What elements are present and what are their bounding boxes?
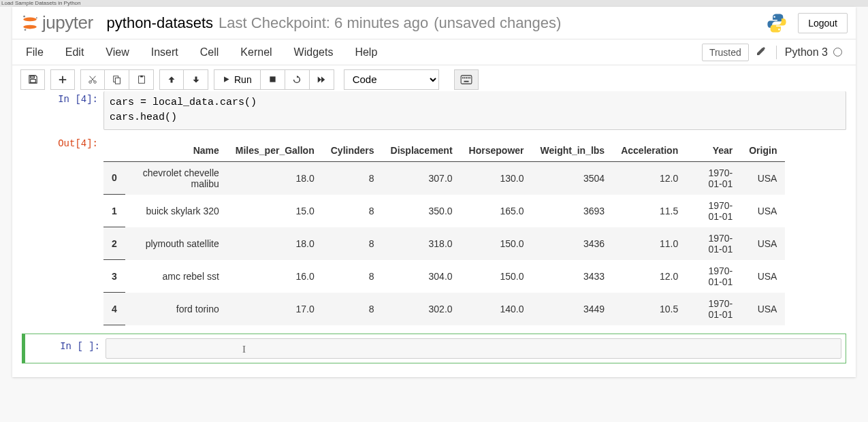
- cell-weight: 3436: [532, 227, 613, 260]
- col-header: Displacement: [383, 140, 461, 162]
- notebook-title-area: python-datasets Last Checkpoint: 6 minut…: [107, 14, 562, 32]
- menu-edit[interactable]: Edit: [65, 46, 84, 59]
- code-line: cars.head(): [110, 110, 840, 125]
- copy-button[interactable]: [105, 69, 129, 90]
- jupyter-logo[interactable]: jupyter: [20, 12, 93, 33]
- jupyter-icon: [20, 14, 39, 33]
- cell-year: 1970-01-01: [686, 161, 741, 195]
- cell-disp: 304.0: [383, 260, 461, 293]
- checkpoint-info: Last Checkpoint: 6 minutes ago: [219, 14, 428, 32]
- table-row: 2plymouth satellite18.08318.0150.0343611…: [103, 227, 785, 260]
- cell-name: plymouth satellite: [125, 227, 227, 260]
- cell-accel: 12.0: [613, 260, 686, 293]
- svg-rect-18: [467, 77, 468, 78]
- svg-point-2: [23, 15, 25, 17]
- cell-origin: USA: [741, 227, 785, 260]
- stop-icon: [269, 76, 276, 83]
- code-input-empty[interactable]: I: [106, 338, 841, 359]
- menu-view[interactable]: View: [106, 46, 129, 59]
- cell-type-select[interactable]: Code: [344, 69, 439, 90]
- move-down-button[interactable]: [184, 69, 208, 90]
- cell-year: 1970-01-01: [686, 293, 741, 325]
- menu-widgets[interactable]: Widgets: [294, 46, 334, 59]
- restart-button[interactable]: [285, 69, 310, 90]
- keyboard-icon: [460, 75, 472, 84]
- menu-cell[interactable]: Cell: [200, 46, 219, 59]
- col-header: Acceleration: [613, 140, 686, 162]
- cell-cyl: 8: [323, 227, 383, 260]
- python-icon: [765, 12, 788, 35]
- svg-rect-10: [115, 78, 120, 84]
- cell-mpg: 18.0: [227, 227, 323, 260]
- pencil-icon[interactable]: [756, 46, 767, 59]
- stop-button[interactable]: [261, 69, 285, 90]
- cell-cyl: 8: [323, 293, 383, 325]
- logout-button[interactable]: Logout: [798, 13, 848, 33]
- code-input-4[interactable]: cars = local_data.cars() cars.head(): [103, 91, 846, 130]
- scissors-icon: [88, 75, 97, 84]
- trusted-indicator[interactable]: Trusted: [702, 44, 749, 61]
- cut-button[interactable]: [80, 69, 105, 90]
- col-header: Miles_per_Gallon: [227, 140, 323, 162]
- svg-rect-16: [464, 77, 465, 78]
- fast-forward-icon: [317, 76, 326, 84]
- svg-rect-12: [140, 75, 143, 77]
- menubar: File Edit View Insert Cell Kernel Widget…: [12, 39, 856, 65]
- cell-name: buick skylark 320: [125, 195, 227, 227]
- save-button[interactable]: [20, 69, 45, 90]
- code-line: cars = local_data.cars(): [110, 95, 840, 110]
- kernel-name[interactable]: Python 3: [785, 46, 828, 59]
- cell-hp: 140.0: [461, 293, 532, 325]
- jupyter-logo-text: jupyter: [42, 12, 93, 33]
- add-cell-button[interactable]: [50, 69, 75, 90]
- menu-kernel[interactable]: Kernel: [240, 46, 272, 59]
- cell-weight: 3504: [532, 161, 613, 195]
- cell-origin: USA: [741, 293, 785, 325]
- cell-disp: 307.0: [383, 161, 461, 195]
- arrow-down-icon: [192, 76, 200, 84]
- cell-hp: 150.0: [461, 227, 532, 260]
- cell-mpg: 17.0: [227, 293, 323, 325]
- cell-weight: 3449: [532, 293, 613, 325]
- dataframe-table: Name Miles_per_Gallon Cylinders Displace…: [103, 140, 785, 326]
- cell-origin: USA: [741, 161, 785, 195]
- cell-accel: 11.5: [613, 195, 686, 227]
- svg-rect-20: [464, 80, 468, 82]
- cell-origin: USA: [741, 195, 785, 227]
- active-code-cell[interactable]: In [ ]: I: [22, 334, 846, 363]
- save-icon: [28, 74, 38, 84]
- table-row: 4ford torino17.08302.0140.0344910.51970-…: [103, 293, 785, 325]
- svg-rect-14: [461, 75, 472, 83]
- menu-help[interactable]: Help: [355, 46, 377, 59]
- cell-disp: 302.0: [383, 293, 461, 325]
- cell-disp: 318.0: [383, 227, 461, 260]
- cell-origin: USA: [741, 260, 785, 293]
- restart-run-all-button[interactable]: [310, 69, 334, 90]
- cell-weight: 3693: [532, 195, 613, 227]
- cell-hp: 130.0: [461, 161, 532, 195]
- move-up-button[interactable]: [159, 69, 184, 90]
- command-palette-button[interactable]: [454, 69, 479, 90]
- text-cursor-icon: I: [242, 342, 246, 357]
- paste-button[interactable]: [129, 69, 154, 90]
- cell-year: 1970-01-01: [686, 227, 741, 260]
- notebook-area: In [4]: cars = local_data.cars() cars.he…: [12, 91, 856, 377]
- row-index: 1: [103, 195, 125, 227]
- row-index: 3: [103, 260, 125, 293]
- col-header: Year: [686, 140, 741, 162]
- row-index: 2: [103, 227, 125, 260]
- menu-insert[interactable]: Insert: [151, 46, 178, 59]
- menu-file[interactable]: File: [26, 46, 44, 59]
- play-icon: [223, 76, 230, 83]
- svg-point-0: [23, 17, 37, 21]
- notebook-name[interactable]: python-datasets: [107, 14, 214, 32]
- cell-cyl: 8: [323, 161, 383, 195]
- col-header: Cylinders: [323, 140, 383, 162]
- input-prompt-4: In [4]:: [22, 91, 103, 130]
- table-row: 3amc rebel sst16.08304.0150.0343312.0197…: [103, 260, 785, 293]
- run-label: Run: [234, 74, 252, 85]
- run-button[interactable]: Run: [214, 69, 261, 90]
- restart-icon: [292, 75, 302, 84]
- unsaved-indicator: (unsaved changes): [434, 14, 561, 32]
- row-index: 4: [103, 293, 125, 325]
